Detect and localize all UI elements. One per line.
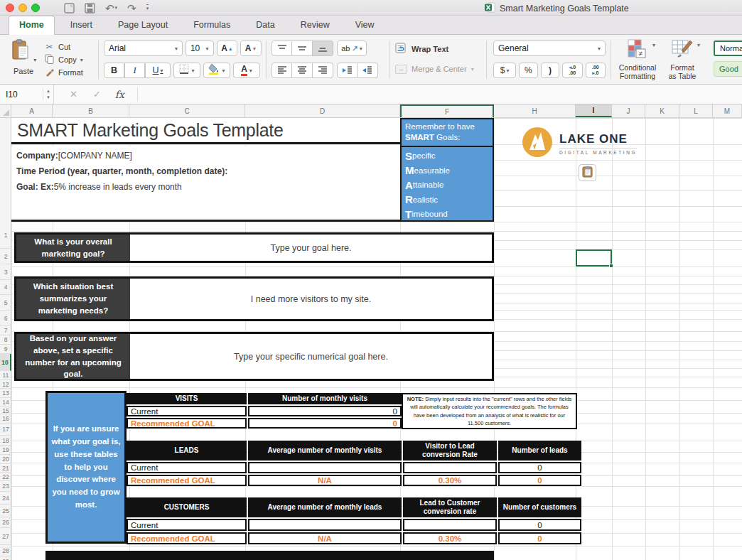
customers-current-avg-cell[interactable] — [248, 519, 402, 531]
sheet-title-text: SMART Marketing Goals Template — [17, 120, 284, 141]
row-header-17[interactable]: 17 — [0, 424, 11, 436]
grid-line — [713, 118, 714, 560]
column-header-D[interactable]: D — [245, 104, 400, 117]
logo-mountain-icon — [521, 126, 554, 161]
paste-options-button[interactable] — [579, 164, 596, 181]
grid-line — [11, 266, 742, 267]
smart-goals-header: Remember to have SMART Goals: — [402, 119, 493, 147]
column-header-H[interactable]: H — [494, 104, 576, 117]
column-header-I[interactable]: I — [576, 104, 612, 117]
customers-table: CUSTOMERS Average number of monthly lead… — [127, 497, 581, 544]
row-header-29[interactable]: 29 — [0, 556, 11, 560]
time-period-line: Time Period (year, quarter, month, compl… — [16, 163, 400, 179]
company-line: Company: [COMPANY NAME] — [16, 148, 400, 163]
leads-current-count-cell: 0 — [498, 462, 581, 473]
leads-table-title: LEADS — [127, 441, 247, 461]
customers-goal-avg-cell: N/A — [248, 532, 402, 544]
row-header-8[interactable]: 8 — [0, 335, 11, 345]
row-header-5[interactable]: 5 — [0, 295, 11, 311]
column-header-M[interactable]: M — [713, 104, 742, 117]
visits-table: VISITS Number of monthly visits Current … — [127, 393, 402, 429]
column-header-B[interactable]: B — [53, 104, 129, 117]
row-header-13[interactable]: 13 — [0, 389, 11, 398]
row-header-18[interactable]: 18 — [0, 436, 11, 446]
grid-line — [11, 231, 742, 232]
question-3: Based on your answer above, set a specif… — [14, 332, 494, 381]
row-header-25[interactable]: 25 — [0, 505, 11, 517]
active-cell-I10[interactable] — [576, 249, 612, 266]
leads-goal-count-cell: 0 — [498, 475, 581, 486]
company-info-block[interactable]: Company: [COMPANY NAME] Time Period (yea… — [11, 146, 400, 222]
leads-table: LEADS Average number of monthly visits V… — [127, 441, 581, 486]
column-header-C[interactable]: C — [129, 104, 245, 117]
customers-goal-count-cell: 0 — [498, 532, 581, 544]
column-header-K[interactable]: K — [645, 104, 679, 117]
row-header-16[interactable]: 16 — [0, 414, 11, 424]
grid-line — [494, 118, 495, 560]
column-header-L[interactable]: L — [679, 104, 713, 117]
row-header-10[interactable]: 10 — [0, 354, 11, 371]
visits-goal-label: Recommended GOAL — [127, 418, 247, 429]
row-header-24[interactable]: 24 — [0, 492, 11, 505]
grid-line — [11, 222, 742, 222]
column-header-A[interactable]: A — [11, 104, 53, 117]
excel-window: ↶ ▾ ↷ ▾ Smart Marketing Goals Template H… — [0, 0, 742, 560]
row-header-1[interactable]: 1 — [0, 222, 11, 249]
visits-current-label: Current — [127, 406, 247, 416]
row-header-20[interactable]: 20 — [0, 455, 11, 464]
smart-item-measurable: Measurable — [405, 163, 493, 178]
visits-current-value-cell[interactable]: 0 — [248, 406, 402, 416]
grid-line — [645, 118, 646, 560]
question-3-label: Based on your answer above, set a specif… — [16, 334, 130, 379]
row-header-7[interactable]: 7 — [0, 326, 11, 335]
fill-handle[interactable] — [609, 264, 613, 268]
leads-current-avg-cell[interactable] — [248, 462, 402, 473]
question-2: Which situation best summarizes your mar… — [14, 276, 494, 321]
row-headers: 1234567891011121314151617181920212223242… — [0, 104, 11, 560]
row-header-19[interactable]: 19 — [0, 446, 11, 455]
column-header-F[interactable]: F — [400, 104, 494, 117]
customers-header-conversion: Lead to Customer conversion rate — [403, 497, 497, 517]
row-header-6[interactable]: 6 — [0, 311, 11, 326]
logo-tagline: DIGITAL MARKETING — [559, 148, 637, 155]
row-header-15[interactable]: 15 — [0, 407, 11, 414]
row-header-12[interactable]: 12 — [0, 380, 11, 389]
row-header-9[interactable]: 9 — [0, 345, 11, 354]
grid-line — [11, 546, 742, 546]
row-header-2[interactable]: 2 — [0, 249, 11, 264]
customers-current-conv-cell[interactable] — [403, 519, 497, 531]
question-1-answer-cell[interactable]: Type your goal here. — [130, 235, 492, 261]
note-box: NOTE: Simply input results into the "cur… — [402, 393, 577, 429]
row-header-14[interactable]: 14 — [0, 398, 11, 407]
leads-current-conv-cell[interactable] — [403, 462, 497, 473]
customers-header-avg-leads: Average number of monthly leads — [248, 497, 402, 517]
question-2-answer-cell[interactable]: I need more visitors to my site. — [130, 279, 492, 319]
row-header-4[interactable]: 4 — [0, 280, 11, 295]
sheet-title-cell[interactable]: SMART Marketing Goals Template — [11, 118, 400, 144]
column-header-J[interactable]: J — [612, 104, 645, 117]
leads-goal-conv-cell: 0.30% — [403, 475, 497, 486]
leads-header-count: Number of leads — [498, 441, 581, 461]
row-header-27[interactable]: 27 — [0, 528, 11, 545]
leads-goal-avg-cell: N/A — [248, 475, 402, 486]
visits-goal-row: Recommended GOAL 0 — [127, 418, 402, 429]
visits-goal-value-cell: 0 — [248, 418, 402, 429]
row-header-21[interactable]: 21 — [0, 464, 11, 473]
select-all-corner[interactable] — [0, 104, 11, 118]
question-3-answer-cell[interactable]: Type your specific numerical goal here. — [130, 334, 492, 379]
row-header-11[interactable]: 11 — [0, 371, 11, 380]
row-header-22[interactable]: 22 — [0, 473, 11, 481]
row-header-3[interactable]: 3 — [0, 264, 11, 280]
leads-header-conversion: Visitor to Lead conversion Rate — [403, 441, 497, 461]
customers-current-row: Current 0 — [127, 519, 581, 531]
row-header-26[interactable]: 26 — [0, 517, 11, 528]
grid-line — [612, 118, 613, 560]
row-header-28[interactable]: 28 — [0, 545, 11, 556]
grid-line — [11, 387, 742, 388]
customers-current-count-cell: 0 — [498, 519, 581, 531]
customers-goal-row: Recommended GOAL N/A 0.30% 0 — [127, 532, 581, 544]
smart-item-specific: Specific — [405, 149, 493, 163]
customers-header-count: Number of customers — [498, 497, 581, 517]
row-header-23[interactable]: 23 — [0, 481, 11, 492]
smart-item-timebound: Timebound — [405, 207, 493, 222]
